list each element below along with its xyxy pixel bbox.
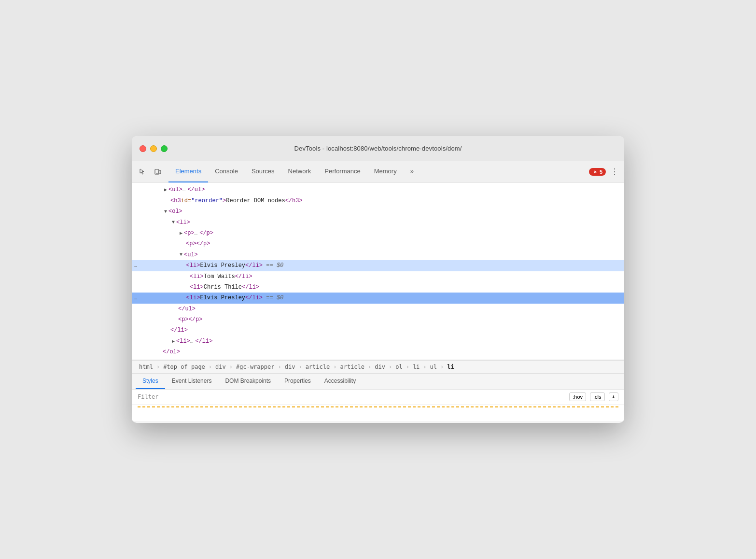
drag-indicator: … <box>134 261 137 270</box>
breadcrumb-item[interactable]: article <box>304 363 332 371</box>
breadcrumb-item[interactable]: ul <box>429 363 438 371</box>
cls-filter-button[interactable]: .cls <box>590 392 605 401</box>
dom-line-selected-drag[interactable]: … <li>Elvis Presley</li> == $0 <box>132 260 624 271</box>
error-badge[interactable]: 5 <box>589 168 606 176</box>
lower-tabs: Styles Event Listeners DOM Breakpoints P… <box>132 374 624 390</box>
window-title: DevTools - localhost:8080/web/tools/chro… <box>294 145 462 152</box>
tab-more[interactable]: » <box>404 161 420 182</box>
tab-properties[interactable]: Properties <box>278 374 318 389</box>
dom-line[interactable]: <h3 id="reorder">Reorder DOM nodes</h3> <box>132 196 624 206</box>
filter-bar: Filter :hov .cls + <box>132 390 624 405</box>
tab-network[interactable]: Network <box>281 161 318 182</box>
breadcrumb-item[interactable]: ol <box>394 363 404 371</box>
breadcrumb-item[interactable]: li <box>411 363 421 371</box>
dom-line[interactable]: <p></p> <box>132 238 624 249</box>
triangle-icon: ▶ <box>178 229 184 238</box>
triangle-icon: ▼ <box>178 251 184 259</box>
tab-accessibility[interactable]: Accessibility <box>318 374 363 389</box>
minimize-button[interactable] <box>150 145 157 152</box>
breadcrumb-item[interactable]: div <box>373 363 387 371</box>
breadcrumb-item[interactable]: html <box>138 363 154 371</box>
tab-event-listeners[interactable]: Event Listeners <box>165 374 219 389</box>
breadcrumb-item[interactable]: div <box>214 363 227 371</box>
devtools-window: DevTools - localhost:8080/web/tools/chro… <box>132 136 624 422</box>
title-bar: DevTools - localhost:8080/web/tools/chro… <box>132 136 624 161</box>
dom-line[interactable]: ▶ <li>…</li> <box>132 336 624 347</box>
dom-line[interactable]: <p></p> <box>132 314 624 325</box>
toolbar-right: 5 ⋮ <box>589 166 620 178</box>
close-button[interactable] <box>140 145 146 152</box>
dom-line[interactable]: ▶ <p>…</p> <box>132 228 624 238</box>
tab-elements[interactable]: Elements <box>168 161 208 182</box>
tab-dom-breakpoints[interactable]: DOM Breakpoints <box>218 374 278 389</box>
tab-console[interactable]: Console <box>208 161 245 182</box>
lower-panel: Styles Event Listeners DOM Breakpoints P… <box>132 374 624 421</box>
dom-line[interactable]: ▼ <ul> <box>132 250 624 260</box>
dom-line[interactable]: <li>Tom Waits</li> <box>132 271 624 282</box>
dom-panel: ▶ <ul>…</ul> <h3 id="reorder">Reorder DO… <box>132 182 624 360</box>
toolbar-tool-icons <box>136 165 165 179</box>
triangle-icon: ▼ <box>163 208 168 216</box>
filter-actions: :hov .cls + <box>569 392 618 401</box>
inspector-icon[interactable] <box>136 165 149 179</box>
filter-label: Filter <box>138 393 569 400</box>
add-rule-button[interactable]: + <box>609 392 618 401</box>
tab-memory[interactable]: Memory <box>367 161 404 182</box>
dashed-divider <box>138 406 618 421</box>
dom-line[interactable]: ▼ <li> <box>132 217 624 228</box>
error-icon <box>592 169 598 175</box>
breadcrumb-item[interactable]: #gc-wrapper <box>235 363 276 371</box>
dom-line[interactable]: </ul> <box>132 304 624 314</box>
dom-line[interactable]: <li>Chris Thile</li> <box>132 282 624 293</box>
breadcrumb-item[interactable]: li <box>446 363 455 371</box>
toolbar: Elements Console Sources Network Perform… <box>132 161 624 182</box>
maximize-button[interactable] <box>161 145 168 152</box>
breadcrumb-item[interactable]: #top_of_page <box>162 363 207 371</box>
more-options-button[interactable]: ⋮ <box>609 166 620 178</box>
device-icon[interactable] <box>151 165 165 179</box>
dom-line-selected[interactable]: … <li>Elvis Presley</li> == $0 <box>132 293 624 303</box>
triangle-icon: ▼ <box>170 218 176 226</box>
dom-line[interactable]: ▼ <ol> <box>132 206 624 217</box>
hover-filter-button[interactable]: :hov <box>569 392 586 401</box>
tab-sources[interactable]: Sources <box>245 161 281 182</box>
breadcrumb-item[interactable]: div <box>283 363 297 371</box>
dom-line[interactable]: ▶ <ul>…</ul> <box>132 184 624 195</box>
traffic-lights <box>140 145 168 152</box>
triangle-icon: ▶ <box>163 186 168 194</box>
selection-indicator: … <box>134 293 137 303</box>
svg-rect-1 <box>159 170 161 174</box>
tab-styles[interactable]: Styles <box>136 374 165 389</box>
dom-line[interactable]: </li> <box>132 325 624 335</box>
triangle-icon: ▶ <box>170 337 176 346</box>
breadcrumb: html › #top_of_page › div › #gc-wrapper … <box>132 360 624 374</box>
breadcrumb-item[interactable]: article <box>338 363 366 371</box>
tab-performance[interactable]: Performance <box>318 161 367 182</box>
dom-line[interactable]: </ol> <box>132 347 624 357</box>
